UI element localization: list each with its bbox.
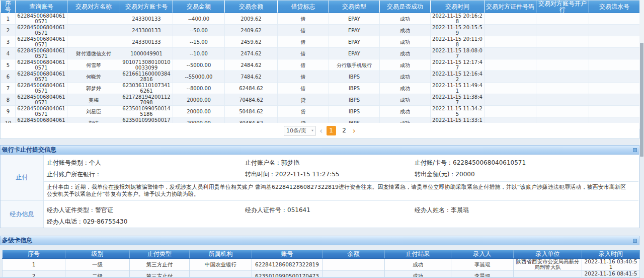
multi-card-section-title: 多级卡信息 <box>2 237 32 244</box>
table-cell: 2459.62 <box>225 36 278 48</box>
column-header: 录入人 <box>451 250 514 258</box>
table-cell <box>589 83 640 94</box>
table-cell: 成功 <box>380 48 431 59</box>
table-cell: 2474.62 <box>225 48 278 59</box>
multi-card-section-bar: 多级卡信息 <box>0 236 639 245</box>
table-cell <box>589 25 640 36</box>
table-cell: EPAY <box>329 48 380 59</box>
column-header: 交易类型 <box>329 1 380 13</box>
table-cell <box>67 13 120 25</box>
table-cell <box>67 36 120 48</box>
page-size-label: 10条/页 <box>286 127 306 134</box>
field-transfer-time: 转出时间：2022-11-15 11:27:55 <box>245 170 339 179</box>
table-cell: 第三方止付 <box>130 258 190 270</box>
multi-card-header-row: 序号级别止付类型所属机构账号余额止付结果录入人录入单位录入时间 <box>3 250 640 258</box>
table-cell: 50484.62 <box>225 106 278 117</box>
field-handler-phone: 经办人电话：029-86755430 <box>47 218 127 226</box>
table-cell: 9 <box>1 106 16 117</box>
column-header: 交易对方账号开户行 <box>536 1 589 13</box>
table-cell: --400.00 <box>173 13 225 25</box>
table-cell: 贷 <box>278 94 329 106</box>
table-cell: 何晓芳 <box>67 71 120 83</box>
table-cell: 5 <box>1 59 16 71</box>
table-row: 66228450068040610571何晓芳62166116000038428… <box>1 71 640 83</box>
table-cell: 陕西省西安市公安局高新分局刑警大队 <box>514 258 582 270</box>
column-header: 止付类型 <box>130 250 190 258</box>
table-cell: 243300133 <box>120 36 173 48</box>
table-cell: 成功 <box>385 258 451 270</box>
table-cell <box>485 94 536 106</box>
table-cell: 6228450068040610571 <box>16 48 67 59</box>
table-cell <box>485 36 536 48</box>
table-row: 76228450068040610571郭梦婷62303611010734162… <box>1 83 640 94</box>
table-cell <box>485 106 536 117</box>
page-button-1[interactable]: 1 <box>327 126 336 135</box>
transaction-table-header-row: 序号查询账号交易对方名称交易对方账卡号交易金额交易余额借贷标志交易类型交易是否成… <box>1 1 640 13</box>
table-cell: 6 <box>1 71 16 83</box>
table-row: 86228450068040610571黄梅621728194200112709… <box>1 94 640 106</box>
table-cell: 一级 <box>65 258 130 270</box>
column-header: 余额 <box>323 250 385 258</box>
table-cell: EPAY <box>329 25 380 36</box>
table-cell: 2022-11-15 12:17:47 <box>431 59 485 71</box>
page-size-select[interactable]: 10条/页 ▾ <box>284 126 316 136</box>
prev-page-icon[interactable]: ‹ <box>319 127 323 135</box>
column-header: 交易对方名称 <box>67 1 120 13</box>
table-cell <box>485 83 536 94</box>
table-cell <box>589 94 640 106</box>
page-button-2[interactable]: 2 <box>340 126 349 135</box>
table-cell: 中国农业银行 <box>190 258 252 270</box>
table-cell: 1 <box>1 13 16 25</box>
collapse-icon[interactable] <box>633 148 637 152</box>
table-cell: --15.00 <box>173 36 225 48</box>
table-cell: 借 <box>278 71 329 83</box>
table-cell: 借 <box>278 48 329 59</box>
column-header: 级别 <box>65 250 130 258</box>
table-cell: 2022-11-15 11:38:47 <box>431 94 485 106</box>
table-cell <box>589 106 640 117</box>
collapse-icon[interactable] <box>633 239 637 243</box>
table-cell: 6228450068040610571 <box>16 13 67 25</box>
table-cell: IBPS <box>329 94 380 106</box>
table-cell: 6216611600003842816 <box>120 71 173 83</box>
table-cell: 2 <box>1 25 16 36</box>
table-cell <box>589 13 640 25</box>
table-cell: 2022-11-15 11:49:41 <box>431 83 485 94</box>
table-cell: 成功 <box>380 36 431 48</box>
table-cell: 2022-11-15 20:16:28 <box>431 13 485 25</box>
table-cell <box>589 36 640 48</box>
table-cell: 2409.62 <box>225 25 278 36</box>
field-handler-name: 经办人姓名：李晨琨 <box>415 206 469 215</box>
column-header: 查询账号 <box>16 1 67 13</box>
transaction-table: 序号查询账号交易对方名称交易对方账卡号交易金额交易余额借贷标志交易类型交易是否成… <box>1 1 640 129</box>
table-cell: EPAY <box>329 36 380 48</box>
pagination-bar: 10条/页 ▾ ‹ 1 2 › <box>1 123 639 138</box>
field-account-name: 止付账户名：郭梦艳 <box>245 159 299 167</box>
multi-card-table: 序号级别止付类型所属机构账号余额止付结果录入人录入单位录入时间 1一级第三方止付… <box>2 250 640 278</box>
table-cell: 李晨琨 <box>451 258 514 270</box>
table-cell: 2484.62 <box>225 59 278 71</box>
vertical-scrollbar[interactable] <box>639 0 644 156</box>
table-cell: 6228450068040610571 <box>16 71 67 83</box>
table-cell: 成功 <box>380 94 431 106</box>
table-cell: 6230361101073416261 <box>120 83 173 94</box>
table-cell <box>536 59 589 71</box>
table-cell <box>323 258 385 270</box>
scrollbar-thumb[interactable] <box>640 43 643 157</box>
chevron-down-icon: ▾ <box>311 129 313 132</box>
table-cell: 郭梦婷 <box>67 83 120 94</box>
table-row: 26228450068040610571243300133--50.002409… <box>1 25 640 36</box>
table-cell: 成功 <box>380 25 431 36</box>
table-cell: 62484.62 <box>225 83 278 94</box>
table-cell <box>536 48 589 59</box>
table-cell: 2022-11-15 12:16:42 <box>431 71 485 83</box>
table-cell: 6228412860827322819 <box>252 258 323 270</box>
table-cell: 6228450068040610571 <box>16 94 67 106</box>
table-cell: 243300133 <box>120 25 173 36</box>
table-cell: --10.00 <box>173 48 225 59</box>
table-cell: 成功 <box>380 59 431 71</box>
stop-payment-row-label: 止付 <box>1 155 44 200</box>
table-cell: 借 <box>278 13 329 25</box>
table-cell: --8000.00 <box>173 83 225 94</box>
next-page-icon[interactable]: › <box>353 127 356 135</box>
